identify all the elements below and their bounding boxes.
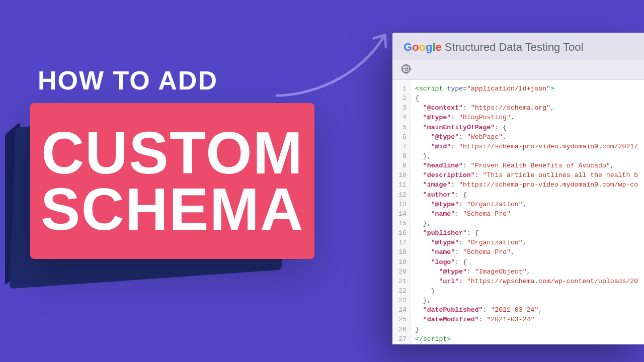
tool-header: Google Structured Data Testing Tool (392, 33, 644, 60)
headline-card: CUSTOM SCHEMA (30, 103, 314, 259)
structured-data-tool-window: Google Structured Data Testing Tool 1234… (392, 33, 644, 344)
code-editor[interactable]: 1234567891011121314151617181920212223242… (392, 80, 644, 344)
tool-title: Structured Data Testing Tool (445, 41, 584, 54)
google-logo: Google (404, 41, 442, 54)
title-block: HOW TO ADD (38, 65, 218, 96)
globe-icon (401, 64, 411, 73)
title-line1: HOW TO ADD (38, 65, 218, 96)
headline-word1: CUSTOM (41, 125, 303, 181)
tool-subbar (392, 60, 644, 80)
line-gutter: 1234567891011121314151617181920212223242… (392, 80, 411, 344)
headline-word2: SCHEMA (41, 181, 304, 237)
code-content: <script type="application/ld+json">{ "@c… (411, 80, 638, 344)
arrow-icon (267, 20, 397, 101)
